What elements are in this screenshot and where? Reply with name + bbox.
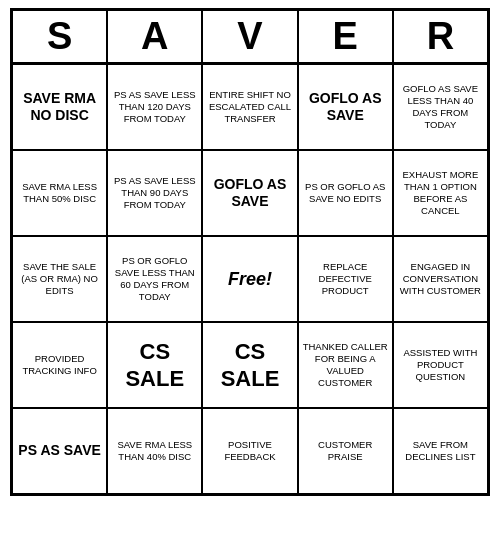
cell-r2c1[interactable]: SAVE RMA LESS THAN 50% DISC bbox=[12, 150, 107, 236]
cell-r3c3[interactable]: Free! bbox=[202, 236, 297, 322]
title-letter-v: V bbox=[202, 10, 297, 64]
bingo-card: SAVER SAVE RMA NO DISCPS AS SAVE LESS TH… bbox=[10, 8, 490, 496]
cell-r5c4[interactable]: CUSTOMER PRAISE bbox=[298, 408, 393, 494]
title-letter-s: S bbox=[12, 10, 107, 64]
cell-r2c3[interactable]: GOFLO AS SAVE bbox=[202, 150, 297, 236]
cell-r5c1[interactable]: PS AS SAVE bbox=[12, 408, 107, 494]
cell-r2c2[interactable]: PS AS SAVE LESS THAN 90 DAYS FROM TODAY bbox=[107, 150, 202, 236]
cell-r3c4[interactable]: REPLACE DEFECTIVE PRODUCT bbox=[298, 236, 393, 322]
cell-r4c4[interactable]: THANKED CALLER FOR BEING A VALUED CUSTOM… bbox=[298, 322, 393, 408]
cell-r4c3[interactable]: CS SALE bbox=[202, 322, 297, 408]
bingo-grid: SAVE RMA NO DISCPS AS SAVE LESS THAN 120… bbox=[12, 64, 488, 494]
bingo-title: SAVER bbox=[12, 10, 488, 64]
cell-r1c4[interactable]: GOFLO AS SAVE bbox=[298, 64, 393, 150]
cell-r3c2[interactable]: PS OR GOFLO SAVE LESS THAN 60 DAYS FROM … bbox=[107, 236, 202, 322]
cell-r3c5[interactable]: ENGAGED IN CONVERSATION WITH CUSTOMER bbox=[393, 236, 488, 322]
cell-r1c1[interactable]: SAVE RMA NO DISC bbox=[12, 64, 107, 150]
cell-r1c3[interactable]: ENTIRE SHIFT NO ESCALATED CALL TRANSFER bbox=[202, 64, 297, 150]
title-letter-e: E bbox=[298, 10, 393, 64]
cell-r3c1[interactable]: SAVE THE SALE (AS OR RMA) NO EDITS bbox=[12, 236, 107, 322]
cell-r5c3[interactable]: POSITIVE FEEDBACK bbox=[202, 408, 297, 494]
cell-r1c5[interactable]: GOFLO AS SAVE LESS THAN 40 DAYS FROM TOD… bbox=[393, 64, 488, 150]
cell-r4c1[interactable]: PROVIDED TRACKING INFO bbox=[12, 322, 107, 408]
cell-r4c5[interactable]: ASSISTED WITH PRODUCT QUESTION bbox=[393, 322, 488, 408]
cell-r5c5[interactable]: SAVE FROM DECLINES LIST bbox=[393, 408, 488, 494]
cell-r4c2[interactable]: CS SALE bbox=[107, 322, 202, 408]
cell-r1c2[interactable]: PS AS SAVE LESS THAN 120 DAYS FROM TODAY bbox=[107, 64, 202, 150]
cell-r5c2[interactable]: SAVE RMA LESS THAN 40% DISC bbox=[107, 408, 202, 494]
title-letter-a: A bbox=[107, 10, 202, 64]
title-letter-r: R bbox=[393, 10, 488, 64]
cell-r2c5[interactable]: EXHAUST MORE THAN 1 OPTION BEFORE AS CAN… bbox=[393, 150, 488, 236]
cell-r2c4[interactable]: PS OR GOFLO AS SAVE NO EDITS bbox=[298, 150, 393, 236]
